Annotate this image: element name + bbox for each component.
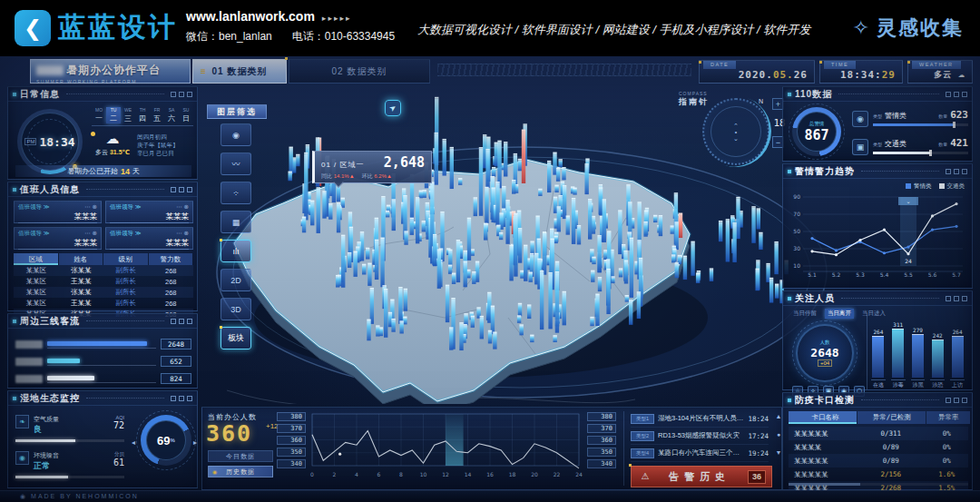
window-icon[interactable] — [179, 319, 184, 324]
platform-title: 暑期办公协作平台 — [66, 63, 161, 78]
sparkle-icon: ✧ — [853, 16, 869, 40]
history-data-button[interactable]: 历史数据 — [208, 466, 273, 477]
minimize-icon[interactable] — [946, 169, 951, 174]
eco-status: 良 — [34, 424, 59, 436]
duty-col-header[interactable]: 警力数 — [149, 253, 193, 265]
expand-icon[interactable] — [187, 187, 192, 192]
website-link[interactable]: www.lanlanwork.com▸▸▸▸▸ — [186, 9, 351, 24]
expand-icon[interactable] — [187, 396, 192, 401]
window-icon[interactable] — [954, 169, 959, 174]
alarm-count-badge: 36 — [748, 470, 766, 484]
camera-layer-icon[interactable]: ◉ — [220, 123, 251, 146]
minimize-icon[interactable] — [946, 398, 951, 403]
duty-col-header[interactable]: 级别 — [103, 253, 148, 265]
duty-leader-card[interactable]: 值班领导 ≫⋯ ⊗某某某 — [105, 227, 193, 250]
duty-table-row[interactable]: 某某区王某某副所长268 — [14, 298, 193, 309]
window-icon[interactable] — [179, 187, 184, 192]
alert-row[interactable]: 类型1湿地3-104片区有不明人员闯入18:24 — [631, 410, 769, 428]
gauge-right-arrow-icon[interactable]: ▸ — [193, 438, 197, 447]
checkpoint-name: 某某某某某 — [789, 457, 857, 466]
minimize-icon[interactable] — [171, 92, 176, 97]
scroll-dot-icon[interactable]: ● — [774, 431, 783, 438]
duty-col-header[interactable]: 区域 — [14, 253, 58, 265]
scroll-down-icon[interactable]: ▼ — [774, 449, 783, 456]
inspiration-collect[interactable]: ✧ 灵感收集 — [853, 15, 964, 42]
duty-table-row[interactable]: 某某区张某某副所长268 — [14, 265, 193, 276]
expand-icon[interactable] — [962, 169, 967, 174]
panel-title: 关注人员 — [795, 292, 835, 305]
scrollbar[interactable] — [789, 483, 968, 486]
checkpoint-row[interactable]: 某某某某某0/3110% — [789, 427, 968, 440]
duty-table-row[interactable]: 某某区张某某副所长268 — [14, 287, 193, 298]
checkpoint-col-header[interactable]: 卡口名称 — [789, 411, 857, 424]
weekday-en: SA — [164, 107, 179, 113]
window-icon[interactable] — [954, 92, 959, 97]
svg-text:18: 18 — [509, 471, 516, 477]
tooltip-title: 01 / 区域一 — [321, 160, 365, 170]
focus-tab[interactable]: 当日离开 — [825, 309, 854, 319]
expand-icon[interactable] — [187, 319, 192, 324]
duty-cell: 某某区 — [14, 266, 59, 275]
y-tick: 380 — [587, 412, 616, 421]
window-icon[interactable] — [179, 92, 184, 97]
checkpoint-row[interactable]: 某某某某某2/1561.6% — [789, 468, 968, 481]
duty-leader-card[interactable]: 值班领导 ≫⋯ ⊗某某某 — [105, 201, 193, 223]
eco-metric-value: 61 — [113, 458, 124, 468]
duty-leader-card[interactable]: 值班领导 ≫⋯ ⊗某某某 — [14, 201, 102, 223]
focus-tab[interactable]: 当日停留 — [790, 309, 819, 319]
building-layer-icon[interactable]: ▦ — [220, 211, 251, 233]
checkpoint-row[interactable]: 某某某某0/890% — [789, 440, 968, 454]
duty-table-row[interactable]: 某某区王某某副所长268 — [14, 276, 193, 287]
tab-data-category-1[interactable]: ≡01 数据类别 — [192, 59, 287, 84]
window-icon[interactable] — [179, 396, 184, 401]
eco-progress — [15, 439, 124, 442]
checkpoint-row[interactable]: 某某某某某0/890% — [789, 454, 968, 468]
today-data-button[interactable]: 今日数据 — [208, 450, 273, 462]
blocks-view-button[interactable]: 板块 — [220, 327, 251, 349]
scroll-up-icon[interactable]: ▲ — [774, 413, 783, 419]
gauge-left-arrow-icon[interactable]: ◂ — [132, 438, 135, 447]
expand-icon[interactable] — [187, 92, 192, 97]
duty-leader-card[interactable]: 值班领导 ≫⋯ ⊗某某某 — [14, 227, 102, 250]
contact-info: 微信：ben_lanlan电话：010-63334945 — [186, 29, 415, 44]
svg-text:5.4: 5.4 — [880, 271, 889, 278]
leaf-icon: ❧ — [15, 415, 29, 428]
svg-text:30: 30 — [793, 245, 800, 251]
minimize-icon[interactable] — [171, 396, 176, 401]
alert-row[interactable]: 类型2RD13-53烟感报警疑似火灾17:24 — [631, 428, 769, 445]
flow-row: 2648 — [15, 338, 191, 350]
minimize-icon[interactable] — [946, 296, 951, 301]
logo-text: 蓝蓝设计 — [58, 9, 178, 46]
checkpoint-col-header[interactable]: 异常/已检测 — [858, 411, 926, 424]
window-icon[interactable] — [954, 296, 959, 301]
barchart-layer-icon[interactable]: ılı — [220, 240, 251, 262]
signal-layer-icon[interactable]: 〰 — [220, 153, 251, 175]
alarm-history-banner[interactable]: ⚠ 告警历史 36 — [631, 466, 772, 487]
view-3d-button[interactable]: 3D — [220, 298, 251, 320]
checkpoint-col-header[interactable]: 异常率 — [926, 411, 970, 424]
compass-dial[interactable]: N ⌃•⌄ — [702, 98, 769, 165]
minimize-icon[interactable] — [171, 187, 176, 192]
flow-row: 824 — [15, 372, 191, 385]
alert-row[interactable]: 类型4某路口有小汽车连闯三个红灯19:24 — [631, 445, 769, 462]
cluster-layer-icon[interactable]: ⁘ — [220, 182, 251, 204]
plane-marker-icon[interactable]: ➤ — [385, 100, 401, 116]
weekday-cell: MO一 — [92, 107, 106, 123]
eco-item: ◉环境噪音正常分贝61 — [15, 451, 124, 478]
duty-cell: 张某某 — [59, 288, 104, 297]
office-trend-chart: 024681012141618202224 — [309, 411, 583, 487]
tab-data-category-2[interactable]: 02 数据类别 — [289, 59, 430, 84]
expand-icon[interactable] — [962, 398, 967, 403]
expand-icon[interactable] — [962, 92, 967, 97]
warning-triangle-icon: ⚠ — [639, 471, 652, 482]
svg-text:20: 20 — [531, 471, 538, 477]
duty-col-header[interactable]: 姓名 — [59, 253, 103, 265]
map-tooltip: 01 / 区域一 2,648 同比 14.1%▲ 环比 6.2%▲ — [312, 151, 432, 183]
expand-icon[interactable] — [962, 296, 967, 301]
view-2d-button[interactable]: 2D — [220, 269, 251, 291]
window-icon[interactable] — [954, 398, 959, 403]
eco-label: 空气质量 — [34, 415, 59, 424]
minimize-icon[interactable] — [946, 92, 951, 97]
bar-category: 涉毒 — [891, 379, 906, 389]
minimize-icon[interactable] — [171, 319, 176, 324]
